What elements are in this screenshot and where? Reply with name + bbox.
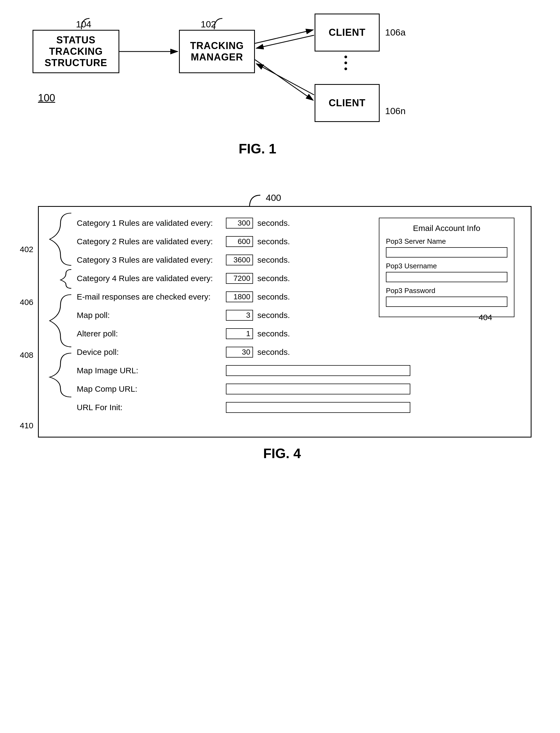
- cat1-seconds: seconds.: [257, 219, 290, 228]
- email-title: Email Account Info: [386, 224, 507, 233]
- status-tracking-structure-box: STATUS TRACKING STRUCTURE: [33, 30, 119, 73]
- label-104: 104: [76, 19, 91, 30]
- client-n-box: CLIENT: [315, 84, 380, 122]
- box-tm-line2: MANAGER: [190, 52, 244, 63]
- pop3-username-input[interactable]: [386, 272, 507, 282]
- brace-label-408: 408: [20, 351, 33, 360]
- device-poll-label: Device poll:: [77, 348, 226, 357]
- device-poll-input[interactable]: 30: [226, 347, 253, 358]
- pop3-username-label: Pop3 Username: [386, 262, 507, 270]
- tracking-manager-box: TRACKING MANAGER: [179, 30, 255, 73]
- pop3-server-input[interactable]: [386, 247, 507, 258]
- brace-label-410: 410: [20, 421, 33, 430]
- alterer-poll-label: Alterer poll:: [77, 329, 226, 338]
- brace-label-406: 406: [20, 298, 33, 307]
- map-image-url-input[interactable]: [226, 365, 410, 376]
- pop3-password-label: Pop3 Password: [386, 287, 507, 295]
- cat3-seconds: seconds.: [257, 255, 290, 265]
- cat2-input[interactable]: 600: [226, 236, 253, 247]
- email-check-input[interactable]: 1800: [226, 292, 253, 302]
- fig4-braces-svg: [39, 207, 77, 437]
- box-sts-line1: STATUS TRACKING: [33, 34, 119, 57]
- url-init-label: URL For Init:: [77, 403, 226, 412]
- fig1-caption: FIG. 1: [239, 141, 276, 157]
- box-tm-line1: TRACKING: [190, 40, 244, 52]
- email-account-info-box: Email Account Info Pop3 Server Name Pop3…: [379, 218, 514, 317]
- svg-line-2: [255, 30, 313, 43]
- label-102: 102: [201, 19, 216, 30]
- svg-line-5: [256, 64, 314, 95]
- pop3-server-label: Pop3 Server Name: [386, 237, 507, 246]
- cat4-seconds: seconds.: [257, 274, 290, 283]
- cat4-input[interactable]: 7200: [226, 273, 253, 284]
- fig4-outer-box: 402 406 408 410 Email Account Info Pop3 …: [38, 206, 532, 437]
- label-400: 400: [266, 193, 281, 203]
- alterer-poll-seconds: seconds.: [257, 329, 290, 338]
- fig4-section: 400 402 406 408 410 Email Account Info P…: [16, 190, 548, 461]
- map-comp-url-label: Map Comp URL:: [77, 384, 226, 393]
- map-poll-seconds: seconds.: [257, 311, 290, 320]
- alterer-poll-input[interactable]: 1: [226, 328, 253, 339]
- map-image-url-label: Map Image URL:: [77, 366, 226, 375]
- svg-line-4: [256, 35, 314, 48]
- cat4-label: Category 4 Rules are validated every:: [77, 274, 226, 283]
- client-a-box: CLIENT: [315, 14, 380, 52]
- form-row-map-image-url: Map Image URL:: [77, 365, 514, 376]
- cat1-input[interactable]: 300: [226, 218, 253, 229]
- form-row-url-init: URL For Init:: [77, 402, 514, 413]
- fig1-diagram: 104 102 STATUS TRACKING STRUCTURE TRACKI…: [16, 8, 548, 176]
- label-404: 404: [479, 313, 492, 322]
- form-row-device-poll: Device poll: 30 seconds.: [77, 347, 514, 358]
- fig1-arrows: [16, 8, 548, 144]
- map-poll-label: Map poll:: [77, 311, 226, 320]
- label-106n: 106n: [385, 106, 406, 116]
- cat1-label: Category 1 Rules are validated every:: [77, 219, 226, 228]
- cat3-input[interactable]: 3600: [226, 255, 253, 266]
- form-row-map-comp-url: Map Comp URL:: [77, 383, 514, 394]
- map-comp-url-input[interactable]: [226, 383, 410, 394]
- box-sts-line2: STRUCTURE: [33, 57, 119, 69]
- email-check-label: E-mail responses are checked every:: [77, 292, 226, 302]
- device-poll-seconds: seconds.: [257, 348, 290, 357]
- cat2-seconds: seconds.: [257, 237, 290, 246]
- cat2-label: Category 2 Rules are validated every:: [77, 237, 226, 246]
- pop3-password-input[interactable]: [386, 297, 507, 307]
- dot-2: [344, 62, 347, 64]
- cat3-label: Category 3 Rules are validated every:: [77, 255, 226, 265]
- svg-line-3: [255, 60, 313, 100]
- label-106a: 106a: [385, 27, 406, 38]
- ellipsis-dots: [344, 56, 347, 70]
- brace-label-402: 402: [20, 245, 33, 254]
- label-100: 100: [38, 92, 55, 104]
- form-row-alterer-poll: Alterer poll: 1 seconds.: [77, 328, 514, 339]
- url-init-input[interactable]: [226, 402, 410, 413]
- map-poll-input[interactable]: 3: [226, 310, 253, 321]
- fig4-caption: FIG. 4: [16, 446, 548, 461]
- email-check-seconds: seconds.: [257, 292, 290, 302]
- dot-1: [344, 56, 347, 58]
- dot-3: [344, 68, 347, 70]
